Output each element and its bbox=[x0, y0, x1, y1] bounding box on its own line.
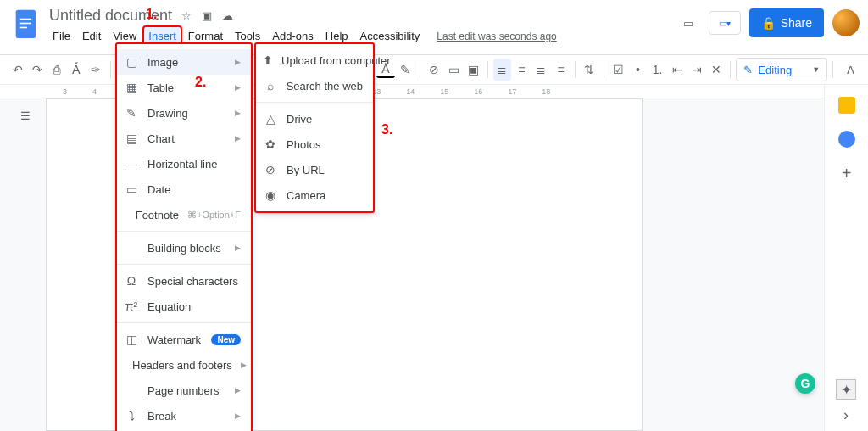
star-icon[interactable]: ☆ bbox=[179, 9, 194, 22]
numbered-list-button[interactable]: 1. bbox=[648, 59, 666, 81]
insert-menu-item[interactable]: Building blocks▶ bbox=[117, 235, 251, 260]
menu-item-label: Footnote bbox=[136, 209, 179, 221]
menu-item-label: Image bbox=[147, 56, 226, 69]
insert-menu-item[interactable]: ▢Image▶ bbox=[117, 49, 251, 75]
add-comment-button[interactable]: ▭ bbox=[445, 59, 463, 81]
submenu-arrow-icon: ▶ bbox=[235, 411, 241, 420]
last-edit-text[interactable]: Last edit was seconds ago bbox=[437, 27, 556, 46]
bulleted-list-button[interactable]: • bbox=[629, 59, 647, 81]
submenu-arrow-icon: ▶ bbox=[241, 361, 247, 369]
line-spacing-button[interactable]: ⇅ bbox=[581, 59, 598, 81]
paint-format-button[interactable]: ✑ bbox=[86, 59, 104, 81]
image-submenu: ⬆Upload from computer⌕Search the web△Dri… bbox=[254, 42, 375, 213]
search-icon: ⌕ bbox=[263, 79, 278, 92]
image-submenu-item[interactable]: ⬆Upload from computer bbox=[256, 48, 373, 73]
image-submenu-item[interactable]: ✿Photos bbox=[256, 132, 373, 157]
chart-icon: ▤ bbox=[124, 132, 139, 145]
spellcheck-button[interactable]: Ǎ bbox=[67, 59, 85, 81]
submenu-label: Camera bbox=[287, 189, 363, 202]
present-button[interactable]: ▭▾ bbox=[709, 11, 741, 35]
menu-item-label: Chart bbox=[147, 132, 226, 145]
insert-menu-item[interactable]: —Horizontal line bbox=[117, 151, 251, 176]
drive-icon: △ bbox=[263, 112, 278, 126]
insert-menu-item[interactable]: π²Equation bbox=[117, 294, 251, 319]
menu-item-label: Special characters bbox=[147, 275, 241, 288]
clear-formatting-button[interactable]: ✕ bbox=[707, 59, 725, 81]
url-icon: ⊘ bbox=[263, 163, 278, 176]
image-submenu-item[interactable]: ⊘By URL bbox=[256, 157, 373, 182]
decrease-indent-button[interactable]: ⇤ bbox=[668, 59, 686, 81]
menu-item-label: Table bbox=[147, 81, 226, 94]
vertical-ruler[interactable] bbox=[34, 98, 46, 431]
insert-menu: ▢Image▶▦Table▶✎Drawing▶▤Chart▶—Horizonta… bbox=[115, 42, 253, 431]
redo-button[interactable]: ↷ bbox=[28, 59, 46, 81]
insert-menu-item[interactable]: ▭Date bbox=[117, 176, 251, 202]
menu-item-label: Date bbox=[147, 183, 241, 196]
break-icon: ⤵ bbox=[124, 409, 139, 423]
menu-item-label: Horizontal line bbox=[147, 158, 241, 171]
image-submenu-item[interactable]: ◉Camera bbox=[256, 182, 373, 208]
move-icon[interactable]: ▣ bbox=[199, 9, 214, 22]
undo-button[interactable]: ↶ bbox=[8, 59, 26, 81]
insert-menu-item[interactable]: ▦Table▶ bbox=[117, 75, 251, 100]
hide-menus-button[interactable]: ᐱ bbox=[842, 59, 860, 81]
insert-menu-item[interactable]: ⤵Break▶ bbox=[117, 403, 251, 428]
table-icon: ▦ bbox=[124, 81, 139, 94]
menu-item-label: Equation bbox=[147, 300, 241, 313]
insert-menu-item[interactable]: Page numbers▶ bbox=[117, 378, 251, 403]
cloud-icon[interactable]: ☁ bbox=[220, 9, 235, 22]
submenu-arrow-icon: ▶ bbox=[235, 134, 241, 143]
insert-link-button[interactable]: ⊘ bbox=[425, 59, 442, 81]
lock-icon: 🔒 bbox=[761, 16, 776, 30]
submenu-label: Search the web bbox=[287, 80, 363, 92]
menu-edit[interactable]: Edit bbox=[77, 26, 106, 46]
menu-item-label: Break bbox=[147, 410, 226, 423]
mode-label: Editing bbox=[758, 64, 792, 76]
menu-item-label: Watermark bbox=[147, 333, 203, 346]
new-badge: New bbox=[211, 334, 241, 345]
insert-menu-item[interactable]: ✎Drawing▶ bbox=[117, 100, 251, 126]
submenu-arrow-icon: ▶ bbox=[235, 243, 241, 252]
share-label: Share bbox=[781, 16, 812, 30]
grammarly-icon[interactable]: G bbox=[795, 373, 815, 394]
submenu-arrow-icon: ▶ bbox=[235, 83, 241, 92]
align-justify-button[interactable]: ≡ bbox=[552, 59, 570, 81]
checklist-button[interactable]: ☑ bbox=[609, 59, 627, 81]
mode-editing-button[interactable]: ✎ Editing ▼ bbox=[736, 58, 827, 81]
insert-menu-item[interactable]: ▤Chart▶ bbox=[117, 126, 251, 151]
insert-menu-item[interactable]: ◫WatermarkNew bbox=[117, 327, 251, 352]
chevron-down-icon: ▼ bbox=[812, 65, 820, 74]
submenu-label: Upload from computer bbox=[281, 54, 391, 67]
submenu-arrow-icon: ▶ bbox=[235, 109, 241, 117]
drawing-icon: ✎ bbox=[124, 106, 139, 120]
insert-menu-item[interactable]: Footnote⌘+Option+F bbox=[117, 202, 251, 227]
submenu-arrow-icon: ▶ bbox=[235, 58, 241, 66]
keep-icon[interactable] bbox=[838, 97, 855, 114]
insert-menu-item[interactable]: Headers and footers▶ bbox=[117, 352, 251, 378]
docs-logo[interactable] bbox=[12, 10, 42, 41]
open-comments-icon[interactable]: ▭ bbox=[676, 11, 700, 35]
submenu-label: Drive bbox=[287, 113, 363, 126]
submenu-arrow-icon: ▶ bbox=[235, 386, 241, 395]
image-submenu-item[interactable]: ⌕Search the web bbox=[256, 73, 373, 98]
insert-image-button[interactable]: ▣ bbox=[465, 59, 482, 81]
explore-button[interactable]: ✦ bbox=[836, 379, 856, 400]
align-left-button[interactable]: ≣ bbox=[493, 59, 511, 81]
insert-menu-item[interactable]: ΩSpecial characters bbox=[117, 268, 251, 294]
print-button[interactable]: ⎙ bbox=[47, 59, 65, 81]
avatar[interactable] bbox=[832, 9, 860, 36]
tasks-icon[interactable] bbox=[838, 131, 855, 148]
side-panel: + ✦ › bbox=[824, 54, 868, 431]
omega-icon: Ω bbox=[124, 274, 139, 288]
image-submenu-item[interactable]: △Drive bbox=[256, 106, 373, 132]
hide-side-panel-icon[interactable]: › bbox=[843, 406, 849, 424]
share-button[interactable]: 🔒 Share bbox=[749, 8, 824, 37]
highlight-button[interactable]: ✎ bbox=[397, 59, 415, 81]
align-right-button[interactable]: ≣ bbox=[532, 59, 550, 81]
menu-item-label: Building blocks bbox=[147, 242, 226, 255]
menu-file[interactable]: File bbox=[47, 26, 75, 46]
get-addons-icon[interactable]: + bbox=[838, 165, 855, 182]
menu-item-label: Headers and footers bbox=[132, 359, 232, 372]
increase-indent-button[interactable]: ⇥ bbox=[687, 59, 705, 81]
align-center-button[interactable]: ≡ bbox=[513, 59, 531, 81]
